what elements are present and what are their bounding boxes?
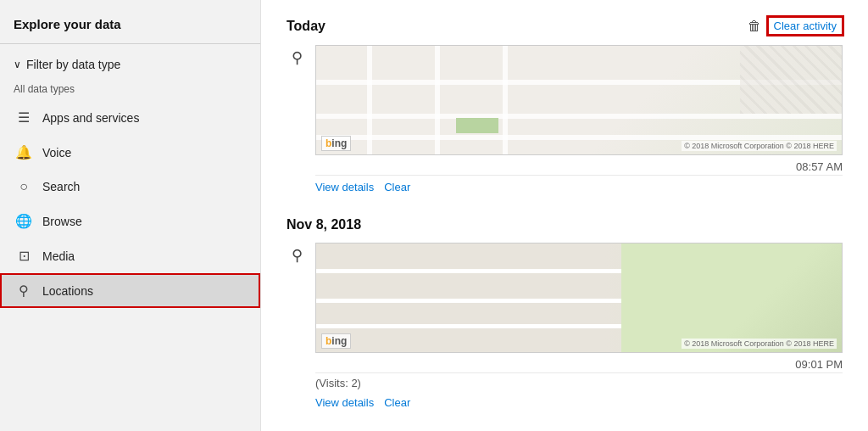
media-icon: ⊡ <box>15 248 32 264</box>
today-view-details-link[interactable]: View details <box>315 181 374 193</box>
today-date-label: Today <box>287 19 326 34</box>
activity-location-icon-nov8: ⚲ <box>287 246 307 265</box>
nov8-activity-card: ⚲ bing © 2018 Microsoft C <box>287 243 843 409</box>
sidebar-item-browse-label: Browse <box>42 215 82 228</box>
nov8-visits: (Visits: 2) <box>315 373 843 391</box>
bing-logo-nov8: bing <box>321 333 351 349</box>
today-activity-body: bing © 2018 Microsoft Corporation © 2018… <box>315 45 843 193</box>
sidebar-item-locations-label: Locations <box>42 284 93 298</box>
sidebar-item-voice-label: Voice <box>42 146 71 160</box>
activity-location-icon-today: ⚲ <box>287 48 307 67</box>
all-data-label: All data types <box>0 76 260 100</box>
main-content: Today 🗑 Clear activity ⚲ <box>261 0 868 431</box>
sidebar-item-apps-label: Apps and services <box>42 111 139 125</box>
sidebar: Explore your data ∨ Filter by data type … <box>0 0 261 431</box>
nov8-activity-links: View details Clear <box>315 391 843 409</box>
nov8-map: bing © 2018 Microsoft Corporation © 2018… <box>315 243 843 353</box>
filter-toggle[interactable]: ∨ Filter by data type <box>0 53 260 76</box>
voice-icon: 🔔 <box>15 144 32 160</box>
sidebar-item-search-label: Search <box>42 180 80 193</box>
today-section-header: Today 🗑 Clear activity <box>287 17 843 35</box>
today-activity-links: View details Clear <box>315 176 843 193</box>
today-map: bing © 2018 Microsoft Corporation © 2018… <box>315 45 843 155</box>
nov8-date-label: Nov 8, 2018 <box>287 217 361 232</box>
sidebar-item-media[interactable]: ⊡ Media <box>0 238 260 273</box>
apps-icon: ☰ <box>15 109 32 126</box>
today-activity-card: ⚲ bing <box>287 45 843 193</box>
nov8-activity-body: bing © 2018 Microsoft Corporation © 2018… <box>315 243 843 409</box>
sidebar-divider <box>0 43 260 44</box>
trash-icon[interactable]: 🗑 <box>748 19 761 34</box>
map-copyright-today: © 2018 Microsoft Corporation © 2018 HERE <box>682 141 837 151</box>
filter-label: Filter by data type <box>26 58 120 71</box>
sidebar-item-media-label: Media <box>42 249 75 263</box>
search-icon: ○ <box>15 179 32 194</box>
today-clear-link[interactable]: Clear <box>384 181 410 193</box>
sidebar-item-voice[interactable]: 🔔 Voice <box>0 135 260 170</box>
bing-logo-today: bing <box>321 136 351 151</box>
sidebar-item-search[interactable]: ○ Search <box>0 170 260 204</box>
nov8-section-header: Nov 8, 2018 <box>287 217 843 232</box>
sidebar-item-browse[interactable]: 🌐 Browse <box>0 204 260 238</box>
location-icon: ⚲ <box>15 283 32 299</box>
nov8-view-details-link[interactable]: View details <box>315 396 374 409</box>
map-copyright-nov8: © 2018 Microsoft Corporation © 2018 HERE <box>682 339 837 349</box>
browse-icon: 🌐 <box>15 213 32 229</box>
sidebar-item-locations[interactable]: ⚲ Locations <box>0 273 260 308</box>
nov8-clear-link[interactable]: Clear <box>384 396 410 409</box>
clear-activity-button[interactable]: Clear activity <box>768 17 843 35</box>
chevron-down-icon: ∨ <box>14 59 21 70</box>
sidebar-title: Explore your data <box>0 17 260 43</box>
nov8-time: 09:01 PM <box>315 353 843 373</box>
header-actions: 🗑 Clear activity <box>748 17 843 35</box>
today-time: 08:57 AM <box>315 155 843 176</box>
sidebar-item-apps[interactable]: ☰ Apps and services <box>0 100 260 135</box>
